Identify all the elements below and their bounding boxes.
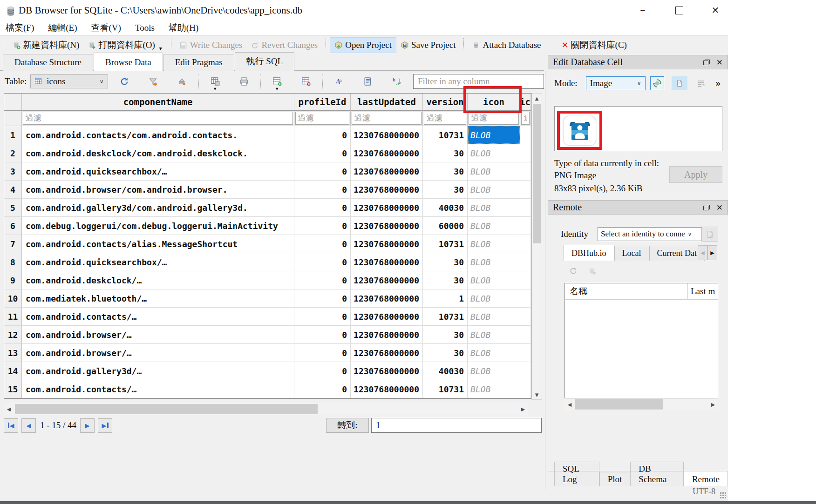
next-record-button[interactable]: ▶ xyxy=(80,418,95,433)
filter-componentName-input[interactable] xyxy=(23,112,293,125)
cell-version[interactable]: 30 xyxy=(423,162,468,181)
cell-profileId[interactable]: 0 xyxy=(294,326,351,344)
cell-lastUpdated[interactable]: 1230768000000 xyxy=(351,199,423,217)
main-tab[interactable]: Edit Pragmas xyxy=(163,54,234,71)
float-panel-icon[interactable] xyxy=(703,60,710,65)
cell-profileId[interactable]: 0 xyxy=(294,380,351,398)
row-number[interactable]: 11 xyxy=(4,308,22,326)
row-number[interactable]: 14 xyxy=(4,362,22,380)
cell-icon-blob[interactable]: BLOB xyxy=(468,289,520,308)
cell-icon-blob[interactable]: BLOB xyxy=(468,126,520,144)
text-mode-button[interactable] xyxy=(672,76,687,90)
cell-version[interactable]: 10731 xyxy=(423,308,468,326)
cell-icon-blob[interactable]: BLOB xyxy=(468,162,520,181)
clear-filters-button[interactable] xyxy=(145,74,161,89)
refresh-button[interactable] xyxy=(116,74,132,89)
scroll-right-icon[interactable]: ▶ xyxy=(518,403,528,415)
revert-changes-button[interactable]: Revert Changes xyxy=(246,38,322,53)
cell-componentName[interactable]: com.android.deskclock/com.android.deskcl… xyxy=(22,144,294,162)
insert-record-dropdown-icon[interactable]: ▼ xyxy=(275,87,279,91)
clone-database-icon[interactable] xyxy=(588,267,596,275)
grid-vertical-scrollbar[interactable]: ▲ ▼ xyxy=(531,93,542,400)
cell-lastUpdated[interactable]: 1230768000000 xyxy=(351,344,423,362)
row-number[interactable]: 12 xyxy=(4,326,22,344)
dock-tab[interactable]: Plot xyxy=(599,472,631,486)
row-number[interactable]: 13 xyxy=(4,344,22,362)
cell-version[interactable]: 60000 xyxy=(423,217,468,235)
cell-lastUpdated[interactable]: 1230768000000 xyxy=(351,126,423,144)
remote-scroll-thumb[interactable] xyxy=(575,399,663,410)
cell-icon-blob[interactable]: BLOB xyxy=(468,199,520,217)
row-number[interactable]: 15 xyxy=(4,380,22,398)
import-certificate-button[interactable] xyxy=(701,227,718,242)
mode-selector[interactable]: Image ∨ xyxy=(586,76,646,90)
cell-lastUpdated[interactable]: 1230768000000 xyxy=(351,289,423,308)
dock-tab[interactable]: Remote xyxy=(684,471,728,486)
cell-profileId[interactable]: 0 xyxy=(294,162,351,181)
save-project-button[interactable]: Save Project xyxy=(396,38,460,53)
identity-selector[interactable]: Select an identity to conne ∨ xyxy=(598,227,702,241)
delete-record-button[interactable] xyxy=(298,74,314,89)
cell-profileId[interactable]: 0 xyxy=(294,362,351,380)
cell-componentName[interactable]: com.android.quicksearchbox/… xyxy=(22,253,294,271)
cell-componentName[interactable]: com.android.contacts/com.android.contact… xyxy=(22,126,294,144)
tab-scroll-left-button[interactable]: ◀ xyxy=(698,245,707,260)
cell-componentName[interactable]: com.android.browser/… xyxy=(22,344,294,362)
toolbar-overflow-icon[interactable]: » xyxy=(715,78,721,89)
cell-profileId[interactable]: 0 xyxy=(294,235,351,253)
cell-componentName[interactable]: com.android.contacts/… xyxy=(22,308,294,326)
main-tab[interactable]: Browse Data xyxy=(94,53,163,71)
cell-lastUpdated[interactable]: 1230768000000 xyxy=(351,162,423,181)
cell-componentName[interactable]: com.android.deskclock/… xyxy=(22,271,294,289)
dock-tab[interactable]: SQL Log xyxy=(554,462,599,486)
remote-horizontal-scrollbar[interactable]: ◀ ▶ xyxy=(564,398,718,410)
cell-componentName[interactable]: com.android.gallery3d/com.android.galler… xyxy=(22,199,294,217)
horizontal-scroll-thumb[interactable] xyxy=(15,404,318,414)
cell-icon-blob[interactable]: BLOB xyxy=(468,144,520,162)
row-number[interactable]: 9 xyxy=(4,271,22,289)
row-number[interactable]: 6 xyxy=(4,217,22,235)
cell-componentName[interactable]: com.android.browser/com.android.browser. xyxy=(22,181,294,199)
row-number[interactable]: 8 xyxy=(4,253,22,271)
encoding-status[interactable]: UTF-8 xyxy=(693,487,715,497)
remote-refresh-icon[interactable] xyxy=(569,267,578,275)
cell-icon-blob[interactable]: BLOB xyxy=(468,308,520,326)
last-record-button[interactable]: ▶ xyxy=(98,418,112,433)
row-number[interactable]: 10 xyxy=(4,289,22,308)
tab-scroll-right-button[interactable]: ▶ xyxy=(707,245,717,260)
main-tab[interactable]: 執行 SQL xyxy=(235,52,295,71)
cell-version[interactable]: 30 xyxy=(423,181,468,199)
cell-lastUpdated[interactable]: 1230768000000 xyxy=(351,271,423,289)
cell-icon-blob[interactable]: BLOB xyxy=(468,344,520,362)
cell-icon-blob[interactable]: BLOB xyxy=(468,235,520,253)
cell-icon-blob[interactable]: BLOB xyxy=(468,271,520,289)
save-filter-button[interactable] xyxy=(174,74,190,89)
new-database-button[interactable]: 新建資料庫(N) xyxy=(8,37,83,54)
previous-record-button[interactable]: ◀ xyxy=(21,418,36,433)
cell-version[interactable]: 30 xyxy=(423,253,468,271)
menu-view[interactable]: 查看(V) xyxy=(91,22,121,34)
cell-version[interactable]: 30 xyxy=(423,326,468,344)
cell-version[interactable]: 10731 xyxy=(423,126,468,144)
maximize-button[interactable] xyxy=(669,2,689,19)
font-format-button[interactable]: Aa xyxy=(331,74,347,89)
cell-componentName[interactable]: com.android.contacts/… xyxy=(22,380,294,398)
cell-lastUpdated[interactable]: 1230768000000 xyxy=(351,326,423,344)
cell-version[interactable]: 40030 xyxy=(423,362,468,380)
column-header-lastUpdated[interactable]: lastUpdated xyxy=(351,94,423,111)
open-database-dropdown-icon[interactable]: ▼ xyxy=(158,46,163,51)
print-button[interactable] xyxy=(236,74,252,89)
filter-lastUpdated-input[interactable] xyxy=(352,112,422,125)
cell-lastUpdated[interactable]: 1230768000000 xyxy=(351,380,423,398)
row-number[interactable]: 3 xyxy=(4,162,22,181)
float-panel-icon[interactable] xyxy=(703,205,710,210)
filter-partial-input[interactable] xyxy=(521,112,530,125)
cell-version[interactable]: 30 xyxy=(423,144,468,162)
cell-version[interactable]: 10731 xyxy=(423,235,468,253)
row-number[interactable]: 4 xyxy=(4,181,22,199)
cell-profileId[interactable]: 0 xyxy=(294,308,351,326)
cell-lastUpdated[interactable]: 1230768000000 xyxy=(351,308,423,326)
save-table-dropdown-icon[interactable]: ▼ xyxy=(213,87,217,91)
cell-profileId[interactable]: 0 xyxy=(294,181,351,199)
close-database-button[interactable]: ✕ 關閉資料庫(C) xyxy=(557,37,631,54)
